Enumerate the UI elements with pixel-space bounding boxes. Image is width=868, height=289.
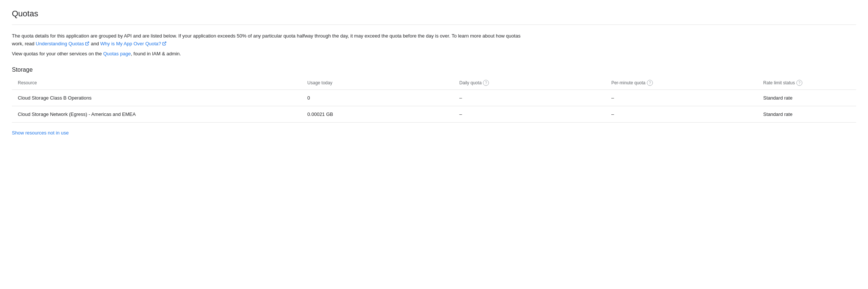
divider [12,25,856,25]
col-header-resource: Resource [12,76,308,90]
row-1-daily_quota: – [459,106,611,123]
row-0-rate_status: Standard rate [763,90,856,106]
col-header-usage: Usage today [308,76,460,90]
page-title: Quotas [12,9,856,19]
row-1-per_minute: – [611,106,763,123]
description-line1-between: and [89,41,100,46]
why-over-quota-link[interactable]: Why is My App Over Quota? [100,41,161,46]
table-header-row: Resource Usage today Daily quota ? Per-m… [12,76,856,90]
show-resources-not-in-use-link[interactable]: Show resources not in use [12,130,69,136]
external-link-icon-1 [85,41,89,46]
description-block: The quota details for this application a… [12,32,531,58]
storage-section-title: Storage [12,66,856,73]
row-1-resource: Cloud Storage Network (Egress) - America… [12,106,308,123]
svg-line-0 [87,42,89,44]
table-row: Cloud Storage Class B Operations0––Stand… [12,90,856,106]
external-link-icon-2 [162,41,167,46]
table-row: Cloud Storage Network (Egress) - America… [12,106,856,123]
row-0-daily_quota: – [459,90,611,106]
quotas-page-link[interactable]: Quotas page [103,51,131,56]
col-header-rate-status: Rate limit status ? [763,76,856,90]
description-line2-suffix: , found in IAM & admin. [131,51,181,56]
description-line2-prefix: View quotas for your other services on t… [12,51,103,56]
row-0-per_minute: – [611,90,763,106]
per-minute-quota-help-icon[interactable]: ? [647,80,653,86]
row-1-rate_status: Standard rate [763,106,856,123]
quota-table: Resource Usage today Daily quota ? Per-m… [12,76,856,123]
svg-line-1 [164,42,166,44]
understanding-quotas-link[interactable]: Understanding Quotas [36,41,84,46]
quota-table-body: Cloud Storage Class B Operations0––Stand… [12,90,856,123]
daily-quota-help-icon[interactable]: ? [483,80,489,86]
col-header-daily-quota: Daily quota ? [459,76,611,90]
row-0-usage: 0 [308,90,460,106]
col-header-per-minute: Per-minute quota ? [611,76,763,90]
rate-limit-help-icon[interactable]: ? [796,80,802,86]
row-0-resource: Cloud Storage Class B Operations [12,90,308,106]
row-1-usage: 0.00021 GB [308,106,460,123]
